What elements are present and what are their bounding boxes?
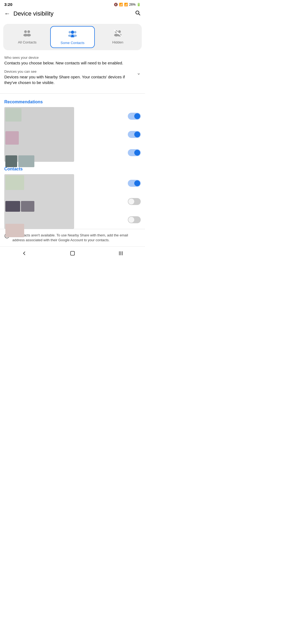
footer-text: 27 contacts aren't available. To use Nea… bbox=[12, 233, 141, 243]
contacts-list bbox=[0, 174, 145, 229]
tab-all-contacts[interactable]: All Contacts bbox=[5, 26, 49, 48]
recommendation-toggle-2[interactable] bbox=[128, 131, 141, 138]
nav-home-button[interactable] bbox=[70, 250, 75, 258]
some-contacts-icon bbox=[68, 30, 77, 39]
svg-point-5 bbox=[27, 34, 31, 36]
svg-line-1 bbox=[139, 14, 140, 15]
tab-all-contacts-label: All Contacts bbox=[18, 40, 37, 44]
devices-you-see-row[interactable]: Devices you can see Devices near you wit… bbox=[4, 69, 141, 85]
hidden-icon bbox=[114, 29, 122, 39]
recommendation-toggle-3[interactable] bbox=[128, 149, 141, 156]
svg-point-6 bbox=[71, 31, 74, 34]
tab-hidden-label: Hidden bbox=[112, 40, 123, 44]
all-contacts-icon bbox=[23, 29, 31, 39]
svg-point-9 bbox=[68, 35, 72, 37]
search-button[interactable] bbox=[135, 10, 141, 17]
svg-point-2 bbox=[24, 30, 27, 33]
battery-text: 26% bbox=[129, 3, 136, 6]
info-section: Who sees your device Contacts you choose… bbox=[0, 54, 145, 92]
signal-icon: 📶 bbox=[124, 3, 128, 6]
nav-recents-button[interactable] bbox=[118, 250, 124, 258]
who-sees-value: Contacts you choose below. New contacts … bbox=[4, 60, 141, 66]
svg-point-8 bbox=[69, 31, 71, 34]
segment-tabs: All Contacts Some Contacts Hidden bbox=[3, 24, 142, 50]
status-bar: 3:20 🔇 📶 📶 26% 🔋 bbox=[0, 0, 145, 8]
top-bar: ← Device visibility bbox=[0, 8, 145, 20]
svg-rect-20 bbox=[71, 251, 75, 255]
contact-toggle-2[interactable] bbox=[128, 198, 141, 205]
tab-hidden[interactable]: Hidden bbox=[96, 26, 140, 48]
devices-you-see-value: Devices near you with Nearby Share open.… bbox=[4, 74, 135, 85]
tab-some-contacts-label: Some Contacts bbox=[61, 41, 85, 45]
svg-point-10 bbox=[74, 31, 77, 34]
contact-toggle-1[interactable] bbox=[128, 180, 141, 187]
who-sees-label: Who sees your device bbox=[4, 56, 141, 60]
mute-icon: 🔇 bbox=[114, 3, 118, 6]
divider-1 bbox=[0, 93, 145, 94]
who-sees-row: Who sees your device Contacts you choose… bbox=[4, 56, 141, 66]
status-time: 3:20 bbox=[4, 2, 12, 7]
wifi-icon: 📶 bbox=[119, 3, 123, 6]
page-title: Device visibility bbox=[13, 10, 135, 17]
devices-you-see-label: Devices you can see bbox=[4, 69, 135, 74]
svg-point-11 bbox=[74, 35, 77, 37]
recommendation-toggle-1[interactable] bbox=[128, 113, 141, 120]
recommendations-list bbox=[0, 107, 145, 162]
svg-point-13 bbox=[118, 30, 121, 33]
nav-bar bbox=[0, 246, 145, 263]
battery-icon: 🔋 bbox=[137, 3, 141, 6]
status-icons: 🔇 📶 📶 26% 🔋 bbox=[114, 3, 141, 6]
svg-point-3 bbox=[27, 30, 30, 33]
recommendations-header: Recommendations bbox=[0, 95, 145, 107]
chevron-down-icon: ⌄ bbox=[137, 70, 141, 76]
back-button[interactable]: ← bbox=[4, 10, 10, 17]
contact-toggle-3[interactable] bbox=[128, 216, 141, 223]
nav-back-button[interactable] bbox=[21, 250, 27, 258]
tab-some-contacts[interactable]: Some Contacts bbox=[50, 26, 95, 48]
